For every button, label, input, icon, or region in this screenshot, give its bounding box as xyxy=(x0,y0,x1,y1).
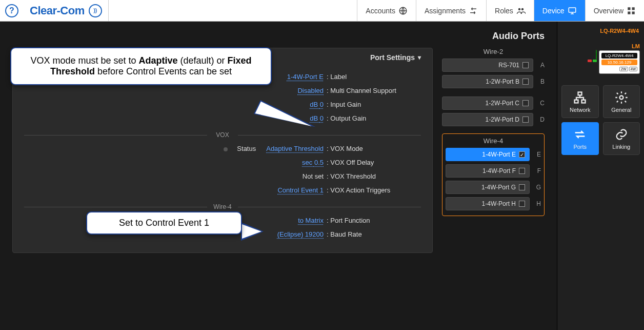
port-button-d[interactable]: 1-2W-Port D xyxy=(442,113,533,126)
sidebar-tiles: General Network Linking Ports xyxy=(561,85,640,155)
tile-network[interactable]: Network xyxy=(561,85,599,118)
svg-rect-0 xyxy=(628,7,630,10)
field-key: Output Gain : xyxy=(324,114,421,122)
monitor-icon xyxy=(568,6,577,15)
svg-rect-3 xyxy=(632,11,635,14)
field-key: Baud Rate : xyxy=(324,230,421,238)
device-card-block: LQ-R2W4-4W4 10.50.16.129 4W 2W xyxy=(561,50,640,74)
port-button-b[interactable]: 1-2W-Port B xyxy=(442,75,533,88)
device-tag-2w: 2W xyxy=(619,67,628,71)
nav-assignments[interactable]: Assignments xyxy=(416,0,486,21)
device-card-name: LQ-R2W4-4W4 xyxy=(601,53,637,59)
port-letter: H xyxy=(534,200,541,207)
primary-nav: Overview Device Roles Assignments Accoun… xyxy=(109,0,644,21)
globe-icon xyxy=(398,6,408,15)
port-button-e[interactable]: 1-4W-Port E xyxy=(446,148,530,161)
callout-text: before Control Events can be set xyxy=(95,66,232,76)
field-value-mcs[interactable]: Disabled xyxy=(297,87,324,94)
svg-point-8 xyxy=(619,96,623,100)
port-group-4wire: 4-Wire E 1-4W-Port E F 1-4W-Port F xyxy=(442,133,545,216)
help-button[interactable]: ? xyxy=(5,4,18,17)
svg-rect-1 xyxy=(632,7,635,10)
svg-point-5 xyxy=(518,8,521,10)
field-key: VOX Mode : xyxy=(324,145,421,152)
port-row: C 1-2W-Port C xyxy=(442,96,545,110)
divider-label: 4-Wire xyxy=(209,203,235,210)
status-dot-icon xyxy=(224,147,228,151)
tile-general[interactable]: General xyxy=(603,85,640,118)
brand-logo-icon: (( xyxy=(89,4,102,17)
port-label: RS-701 xyxy=(498,62,519,69)
svg-rect-9 xyxy=(578,92,582,95)
nav-roles[interactable]: Roles xyxy=(486,0,534,21)
callout-2-tail-icon xyxy=(241,222,264,241)
port-button-g[interactable]: 1-4W-Port G xyxy=(446,181,530,194)
light-green-icon xyxy=(593,60,597,62)
field-input-gain: Input Gain : 0 dB xyxy=(24,98,421,111)
tile-label: Ports xyxy=(573,144,587,150)
checkbox-icon xyxy=(519,184,525,190)
svg-rect-11 xyxy=(582,100,586,103)
port-row: D 1-2W-Port D xyxy=(442,113,545,126)
checkbox-icon xyxy=(522,62,529,68)
port-button-h[interactable]: 1-4W-Port H xyxy=(446,197,530,210)
device-card[interactable]: LQ-R2W4-4W4 10.50.16.129 4W 2W xyxy=(599,50,640,74)
field-key: Input Gain : xyxy=(324,101,421,108)
port-letter: F xyxy=(534,167,541,174)
nav-label: Overview xyxy=(594,7,623,15)
port-group-title: 4-Wire xyxy=(446,137,541,145)
tile-linking[interactable]: Linking xyxy=(603,122,640,155)
port-group-2wire: 2-Wire A RS-701 B 1-2W-Port B xyxy=(442,48,545,126)
callout-text: Set to Control Event 1 xyxy=(119,218,209,228)
port-label: 1-4W-Port F xyxy=(482,167,516,174)
field-value-label[interactable]: 1-4W-Port E xyxy=(287,73,324,81)
network-icon xyxy=(573,90,587,105)
callout-strong: Adaptive xyxy=(139,55,178,66)
checkbox-icon xyxy=(519,201,525,207)
checkbox-icon xyxy=(519,168,525,174)
callout-text: (default) or xyxy=(178,55,228,66)
svg-rect-4 xyxy=(569,8,576,12)
users-icon xyxy=(516,6,526,15)
port-group-title: 2-Wire xyxy=(442,48,545,55)
port-button-a[interactable]: RS-701 xyxy=(442,59,533,72)
field-key: Multi Channel Support : xyxy=(324,87,421,94)
nav-label: Assignments xyxy=(425,7,466,15)
checkbox-icon xyxy=(522,100,529,106)
vox-status-indicator xyxy=(224,145,233,152)
field-value-voxact[interactable]: Control Event 1 xyxy=(277,186,324,194)
status-ok-icon xyxy=(596,50,597,60)
nav-accounts[interactable]: Accounts xyxy=(357,0,416,21)
swap-icon xyxy=(573,127,587,142)
port-row: F 1-4W-Port F xyxy=(446,164,541,178)
port-row: H 1-4W-Port H xyxy=(446,197,541,210)
tile-label: Linking xyxy=(612,144,630,150)
field-value-voxoff[interactable]: 0.5 sec xyxy=(302,159,324,166)
field-output-gain: Output Gain : 0 dB xyxy=(24,111,421,125)
device-card-ip: 10.50.16.129 xyxy=(601,60,637,65)
field-multichannel: Multi Channel Support : Disabled xyxy=(24,84,421,98)
port-label: 1-2W-Port B xyxy=(486,78,519,85)
field-value-igain[interactable]: 0 dB xyxy=(310,101,324,108)
chevron-down-icon: ▾ xyxy=(418,54,421,61)
divider-label: VOX xyxy=(212,131,233,139)
nav-device[interactable]: Device xyxy=(534,0,585,21)
section-divider-vox: VOX xyxy=(24,131,421,139)
field-value-pfunc[interactable]: to Matrix xyxy=(298,217,324,224)
light-red-icon xyxy=(588,60,592,62)
field-vox-off-delay: VOX Off Delay : 0.5 sec xyxy=(24,156,421,169)
port-label: 1-4W-Port H xyxy=(482,200,516,207)
checkbox-icon xyxy=(522,117,529,123)
port-button-c[interactable]: 1-2W-Port C xyxy=(442,96,533,110)
settings-header-label: Port Settings xyxy=(370,53,415,62)
field-value-baud[interactable]: 19200 (Eclipse) xyxy=(277,230,324,238)
nav-overview[interactable]: Overview xyxy=(585,0,644,21)
vox-status-label: Status xyxy=(237,145,256,152)
field-value-ogain[interactable]: 0 dB xyxy=(310,114,324,122)
port-button-f[interactable]: 1-4W-Port F xyxy=(446,164,530,178)
port-row: B 1-2W-Port B xyxy=(442,75,545,88)
port-letter: A xyxy=(537,62,545,69)
field-value-voxmode[interactable]: Adaptive Threshold xyxy=(266,145,324,152)
tile-ports[interactable]: Ports xyxy=(561,122,599,155)
port-label: 1-4W-Port G xyxy=(481,184,516,191)
